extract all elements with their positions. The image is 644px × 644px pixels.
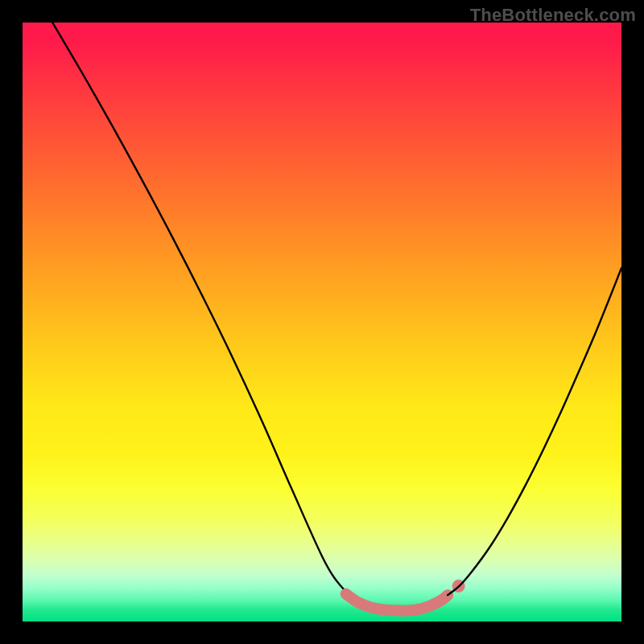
chart-frame: TheBottleneck.com: [0, 0, 644, 644]
plot-area: [23, 23, 621, 621]
curve-layer: [23, 23, 621, 621]
right-curve: [448, 268, 621, 595]
left-curve: [52, 23, 382, 609]
watermark-text: TheBottleneck.com: [470, 5, 636, 26]
dip-curve: [346, 594, 448, 611]
